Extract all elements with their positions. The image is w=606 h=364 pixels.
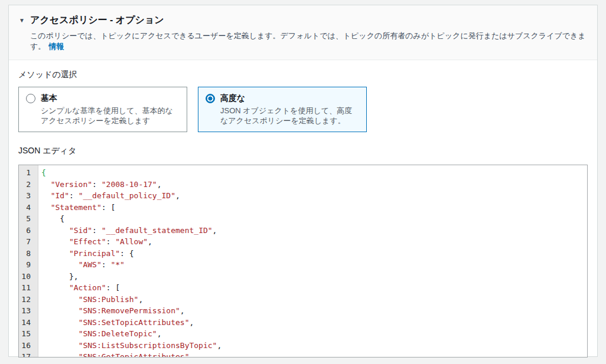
section-description-text: このポリシーでは、トピックにアクセスできるユーザーを定義します。デフォルトでは、… [30, 31, 586, 51]
section-header: ▼ アクセスポリシー - オプション このポリシーでは、トピックにアクセスできる… [9, 5, 597, 60]
line-code: "SNS:ListSubscriptionsByTopic", [39, 340, 221, 352]
line-code: "Principal": { [39, 248, 134, 260]
line-code: "Statement": [ [39, 202, 115, 214]
radio-basic[interactable] [26, 94, 35, 103]
line-code: "Effect": "Allow", [39, 236, 152, 248]
line-number: 16 [19, 340, 39, 352]
method-advanced-label: 高度な [220, 93, 245, 104]
editor-line[interactable]: 16 "SNS:ListSubscriptionsByTopic", [19, 340, 587, 352]
line-code: "SNS:Publish", [39, 294, 143, 306]
line-number: 17 [19, 351, 39, 358]
editor-line[interactable]: 4 "Statement": [ [19, 202, 587, 214]
editor-line[interactable]: 8 "Principal": { [19, 248, 587, 260]
line-number: 13 [19, 305, 39, 317]
method-card-advanced[interactable]: 高度な JSON オブジェクトを使用して、高度なアクセスポリシーを定義します。 [198, 87, 367, 132]
section-description: このポリシーでは、トピックにアクセスできるユーザーを定義します。デフォルトでは、… [30, 31, 588, 52]
line-code: { [39, 167, 46, 179]
json-editor-lines[interactable]: 1{2 "Version": "2008-10-17",3 "Id": "__d… [19, 165, 587, 358]
section-title[interactable]: アクセスポリシー - オプション [30, 14, 164, 27]
editor-line[interactable]: 6 "Sid": "__default_statement_ID", [19, 225, 587, 237]
method-card-basic[interactable]: 基本 シンプルな基準を使用して、基本的なアクセスポリシーを定義します [18, 87, 187, 132]
editor-line[interactable]: 14 "SNS:SetTopicAttributes", [19, 317, 587, 329]
line-number: 1 [19, 167, 39, 179]
editor-line[interactable]: 11 "Action": [ [19, 282, 587, 294]
editor-line[interactable]: 5 { [19, 213, 587, 225]
line-number: 11 [19, 282, 39, 294]
line-code: "SNS:GetTopicAttributes", [39, 351, 194, 358]
line-code: "Version": "2008-10-17", [39, 179, 162, 191]
section-body: メソッドの選択 基本 シンプルな基準を使用して、基本的なアクセスポリシーを定義し… [9, 60, 597, 364]
line-number: 14 [19, 317, 39, 329]
line-code: "AWS": "*" [39, 259, 125, 271]
editor-line[interactable]: 1{ [19, 167, 587, 179]
line-code: { [39, 213, 64, 225]
info-link[interactable]: 情報 [48, 42, 64, 51]
method-basic-label: 基本 [41, 93, 57, 104]
editor-line[interactable]: 13 "SNS:RemovePermission", [19, 305, 587, 317]
line-number: 15 [19, 328, 39, 340]
line-number: 3 [19, 190, 39, 202]
line-code: "SNS:SetTopicAttributes", [39, 317, 194, 329]
method-options: 基本 シンプルな基準を使用して、基本的なアクセスポリシーを定義します 高度な J… [18, 87, 588, 132]
method-advanced-description: JSON オブジェクトを使用して、高度なアクセスポリシーを定義します。 [220, 106, 359, 126]
editor-line[interactable]: 10 }, [19, 271, 587, 283]
line-number: 7 [19, 236, 39, 248]
line-code: "SNS:DeleteTopic", [39, 328, 162, 340]
editor-line[interactable]: 3 "Id": "__default_policy_ID", [19, 190, 587, 202]
line-code: }, [39, 271, 79, 283]
line-number: 4 [19, 202, 39, 214]
line-number: 9 [19, 259, 39, 271]
json-editor[interactable]: 1{2 "Version": "2008-10-17",3 "Id": "__d… [18, 165, 588, 358]
editor-line[interactable]: 17 "SNS:GetTopicAttributes", [19, 351, 587, 358]
method-select-label: メソッドの選択 [18, 70, 588, 80]
editor-line[interactable]: 15 "SNS:DeleteTopic", [19, 328, 587, 340]
editor-line[interactable]: 9 "AWS": "*" [19, 259, 587, 271]
access-policy-section: ▼ アクセスポリシー - オプション このポリシーでは、トピックにアクセスできる… [8, 5, 598, 357]
method-basic-description: シンプルな基準を使用して、基本的なアクセスポリシーを定義します [41, 106, 180, 126]
line-code: "Id": "__default_policy_ID", [39, 190, 180, 202]
line-number: 6 [19, 225, 39, 237]
line-number: 2 [19, 179, 39, 191]
line-code: "Action": [ [39, 282, 120, 294]
line-code: "Sid": "__default_statement_ID", [39, 225, 217, 237]
json-editor-label: JSON エディタ [18, 146, 588, 156]
editor-line[interactable]: 2 "Version": "2008-10-17", [19, 179, 587, 191]
collapse-caret-icon[interactable]: ▼ [19, 17, 30, 24]
line-number: 12 [19, 294, 39, 306]
editor-line[interactable]: 7 "Effect": "Allow", [19, 236, 587, 248]
line-number: 10 [19, 271, 39, 283]
radio-advanced[interactable] [206, 94, 215, 103]
line-number: 5 [19, 213, 39, 225]
editor-line[interactable]: 12 "SNS:Publish", [19, 294, 587, 306]
line-code: "SNS:RemovePermission", [39, 305, 185, 317]
line-number: 8 [19, 248, 39, 260]
